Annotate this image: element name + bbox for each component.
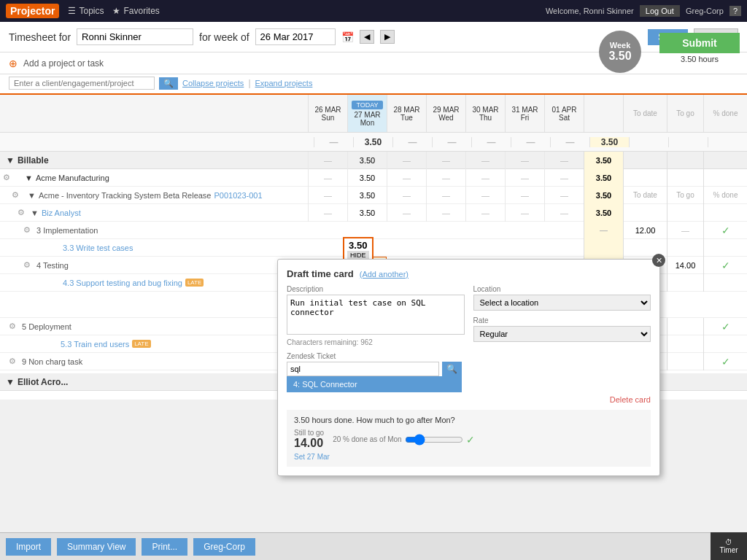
- zendesk-search-button[interactable]: 🔍: [442, 362, 462, 376]
- week-label: for week of: [199, 31, 249, 43]
- date-mar-6: 01 APR: [552, 106, 577, 114]
- collapse-engagement-icon[interactable]: ▼: [28, 191, 36, 200]
- billable-sat[interactable]: —: [544, 152, 584, 169]
- eng-thu[interactable]: —: [465, 187, 505, 204]
- close-draft-card-button[interactable]: ✕: [652, 254, 665, 267]
- engagement-code-link[interactable]: P001023-001: [214, 191, 263, 200]
- gear-icon-9[interactable]: ⚙: [0, 357, 19, 366]
- task-label-5-3: 5.3 Train end users LATE: [37, 340, 308, 349]
- task-5-3-link[interactable]: 5.3 Train end users: [61, 340, 129, 349]
- description-textarea[interactable]: Run initial test case on SQL connector: [287, 295, 465, 335]
- task3-sat[interactable]: [544, 222, 584, 239]
- date-day-6: Sat: [559, 114, 570, 122]
- rate-select[interactable]: Regular: [473, 326, 651, 342]
- week-date-input[interactable]: [255, 28, 336, 45]
- eng-sun[interactable]: —: [308, 187, 347, 204]
- collapse-acme-icon[interactable]: ▼: [25, 174, 33, 182]
- billable-tue[interactable]: —: [387, 152, 426, 169]
- eng-fri[interactable]: —: [505, 187, 544, 204]
- next-week-button[interactable]: ▶: [380, 30, 395, 44]
- corp-button[interactable]: Greg-Corp: [193, 538, 255, 556]
- acme-mon[interactable]: 3.50: [347, 169, 387, 187]
- location-select[interactable]: Select a location: [473, 295, 651, 311]
- print-bottom-button[interactable]: Print...: [142, 538, 187, 556]
- t33-tue[interactable]: [387, 239, 426, 257]
- project-row-acme: ⚙ ▼ Acme Manufacturing — 3.50 — — — — — …: [0, 169, 747, 187]
- task-3-3-link[interactable]: 3.3 Write test cases: [63, 244, 133, 252]
- gear-icon-biz[interactable]: ⚙: [0, 208, 28, 217]
- billable-mon[interactable]: 3.50: [347, 152, 387, 169]
- group-row-billable: ▼ Billable — 3.50 — — — — — 3.50: [0, 152, 747, 169]
- add-another-link[interactable]: (Add another): [360, 270, 409, 279]
- billable-wed[interactable]: —: [426, 152, 465, 169]
- biz-analyst-link[interactable]: Biz Analyst: [42, 209, 81, 217]
- import-button[interactable]: Import: [6, 538, 51, 556]
- eng-mon[interactable]: 3.50: [347, 187, 387, 204]
- grand-total: 3.50: [589, 137, 629, 147]
- task-label-4: 4 Testing: [34, 261, 308, 270]
- billable-sun[interactable]: —: [308, 152, 347, 169]
- calendar-icon[interactable]: 📅: [341, 31, 354, 43]
- delete-card-link[interactable]: Delete card: [287, 395, 651, 404]
- location-col: Location Select a location Rate Regular: [473, 285, 651, 346]
- timer-button[interactable]: ⏱ Timer: [711, 532, 747, 560]
- progress-range-input[interactable]: [405, 434, 463, 446]
- gear-icon-3[interactable]: ⚙: [0, 225, 34, 235]
- biz-analyst-label: ▼ Biz Analyst: [28, 209, 308, 217]
- late-badge-4-3: LATE: [185, 279, 204, 287]
- gear-icon-acme[interactable]: ⚙: [0, 173, 13, 182]
- eng-wed[interactable]: —: [426, 187, 465, 204]
- acme-wed[interactable]: —: [426, 169, 465, 187]
- acme-fri[interactable]: —: [505, 169, 544, 187]
- acme-tue[interactable]: —: [387, 169, 426, 187]
- acme-thu[interactable]: —: [465, 169, 505, 187]
- gear-icon-engagement[interactable]: ⚙: [6, 190, 22, 200]
- user-name-input[interactable]: [77, 28, 193, 45]
- date-day-1: Mon: [360, 119, 374, 127]
- task3-wed[interactable]: [426, 222, 465, 239]
- collapse-elliot-icon[interactable]: ▼: [6, 377, 15, 387]
- zendesk-option-sql[interactable]: 4: SQL Connector: [287, 377, 461, 392]
- t33-wed[interactable]: [426, 239, 465, 257]
- collapse-projects-link[interactable]: Collapse projects: [182, 79, 244, 88]
- eng-sat[interactable]: —: [544, 187, 584, 204]
- task-4-3-link[interactable]: 4.3 Support testing and bug fixing: [63, 279, 182, 287]
- task3-mon[interactable]: [347, 222, 387, 239]
- billable-fri[interactable]: —: [505, 152, 544, 169]
- help-icon[interactable]: ?: [729, 6, 741, 16]
- project-search-input[interactable]: [9, 77, 155, 90]
- app-logo: Projector: [6, 4, 59, 18]
- project-search-button[interactable]: 🔍: [159, 77, 178, 90]
- submit-button[interactable]: Submit: [659, 33, 740, 53]
- gear-icon-5[interactable]: ⚙: [0, 322, 19, 331]
- set-date-link[interactable]: Set 27 Mar: [294, 453, 643, 461]
- logout-button[interactable]: Log Out: [640, 5, 680, 17]
- t33-thu[interactable]: [465, 239, 505, 257]
- summary-view-button[interactable]: Summary View: [57, 538, 136, 556]
- t33-sat[interactable]: [544, 239, 584, 257]
- task-num-5: 5 Deployment: [22, 322, 71, 331]
- draft-card-header: Draft time card (Add another): [287, 268, 651, 279]
- menu-icon: ☰: [68, 6, 76, 16]
- task3-sun[interactable]: [308, 222, 347, 239]
- eng-tue[interactable]: —: [387, 187, 426, 204]
- collapse-billable-icon[interactable]: ▼: [6, 155, 15, 166]
- task3-tue[interactable]: [387, 222, 426, 239]
- task-label-3: 3 Implementation: [34, 226, 308, 235]
- acme-sat[interactable]: —: [544, 169, 584, 187]
- billable-thu[interactable]: —: [465, 152, 505, 169]
- t33-sun[interactable]: [308, 239, 347, 257]
- nav-favorites[interactable]: ★ Favorites: [112, 6, 159, 16]
- task3-fri[interactable]: [505, 222, 544, 239]
- zendesk-search-input[interactable]: [287, 362, 439, 376]
- t33-fri[interactable]: [505, 239, 544, 257]
- prev-week-button[interactable]: ◀: [360, 30, 374, 44]
- date-col-sun: 26 MAR Sun: [308, 95, 347, 132]
- collapse-biz-icon[interactable]: ▼: [31, 209, 39, 217]
- expand-projects-link[interactable]: Expand projects: [255, 79, 313, 88]
- task3-thu[interactable]: [465, 222, 505, 239]
- corp-name: Greg-Corp: [686, 7, 724, 15]
- nav-topics[interactable]: ☰ Topics: [68, 6, 104, 16]
- acme-sun[interactable]: —: [308, 169, 347, 187]
- gear-icon-4[interactable]: ⚙: [0, 260, 34, 270]
